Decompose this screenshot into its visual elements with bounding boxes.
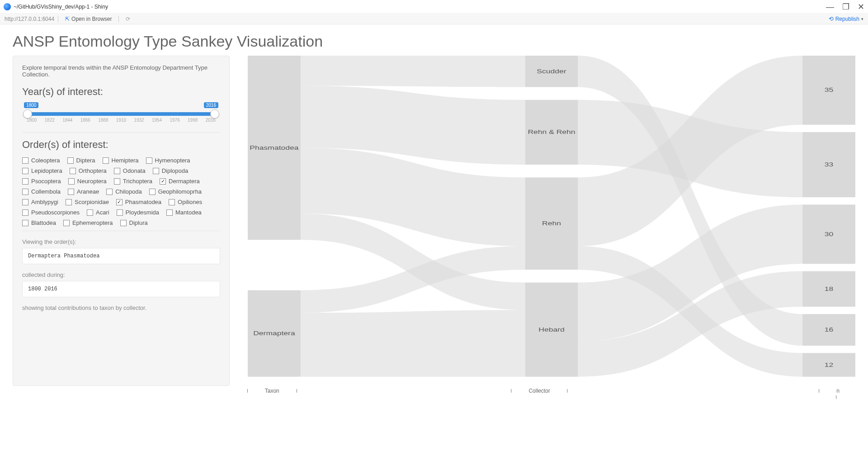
checkbox-label: Diplura	[129, 219, 148, 226]
order-checkbox-blattodea[interactable]: Blattodea	[22, 219, 56, 226]
checkbox-label: Coleoptera	[31, 157, 60, 164]
checkbox-label: Orthoptera	[79, 167, 107, 174]
orders-checkbox-group: ColeopteraDipteraHemipteraHymenopteraLep…	[22, 157, 220, 226]
axis-label: Taxon	[247, 388, 297, 394]
order-checkbox-phasmatodea[interactable]: ✓Phasmatodea	[116, 199, 161, 205]
checkbox-icon	[22, 209, 28, 216]
axis-label: n	[819, 388, 843, 400]
checkbox-icon	[106, 189, 113, 195]
order-checkbox-dermaptera[interactable]: ✓Dermaptera	[160, 178, 200, 185]
collected-label: collected during:	[22, 271, 220, 278]
republish-button[interactable]: ⟲ Republish ▾	[829, 15, 863, 22]
checkbox-label: Diptera	[76, 157, 95, 164]
refresh-button[interactable]: ⟳	[123, 15, 133, 23]
checkbox-label: Neuroptera	[77, 178, 107, 185]
address-bar: http://127.0.0.1:6044 ⇱ Open in Browser …	[0, 14, 868, 24]
summary-text: showing total contributions to taxon by …	[22, 304, 220, 311]
checkbox-icon	[114, 168, 120, 174]
order-checkbox-diplopoda[interactable]: Diplopoda	[153, 167, 189, 174]
checkbox-label: Hymenoptera	[155, 157, 190, 164]
checkbox-label: Blattodea	[31, 219, 56, 226]
checkbox-icon	[149, 189, 156, 195]
checkbox-label: Dermaptera	[169, 178, 200, 185]
slider-tick: 1866	[80, 118, 90, 123]
checkbox-icon	[68, 189, 74, 195]
slider-tick: 1932	[134, 118, 144, 123]
order-checkbox-diptera[interactable]: Diptera	[67, 157, 95, 164]
order-checkbox-neuroptera[interactable]: Neuroptera	[68, 178, 107, 185]
page-title: ANSP Entomology Type Sankey Visualizatio…	[13, 33, 855, 50]
checkbox-icon	[70, 168, 76, 174]
checkbox-label: Geophilomoprha	[158, 188, 202, 195]
order-checkbox-pseudoscorpiones[interactable]: Pseudoscorpiones	[22, 209, 80, 216]
checkbox-icon	[114, 178, 120, 185]
checkbox-icon	[67, 157, 74, 164]
window-title: ~/GitHub/GVisShiny_dev/App-1 - Shiny	[14, 4, 108, 10]
order-checkbox-chilopoda[interactable]: Chilopoda	[106, 188, 142, 195]
checkbox-label: Hemiptera	[112, 157, 139, 164]
order-checkbox-geophilomoprha[interactable]: Geophilomoprha	[149, 188, 202, 195]
order-checkbox-coleoptera[interactable]: Coleoptera	[22, 157, 60, 164]
intro-text: Explore temporal trends within the ANSP …	[22, 64, 220, 78]
order-checkbox-opiliones[interactable]: Opiliones	[169, 199, 202, 205]
control-panel: Explore temporal trends within the ANSP …	[13, 56, 230, 386]
checkbox-label: Acari	[96, 209, 109, 216]
checkbox-icon	[153, 168, 159, 174]
order-checkbox-scorpionidae[interactable]: Scorpionidae	[66, 199, 109, 205]
slider-handle-from[interactable]	[23, 109, 32, 119]
checkbox-icon	[22, 157, 28, 164]
checkbox-label: Pseudoscorpiones	[31, 209, 80, 216]
slider-ticks: 1800182218441866188819101932195419761998…	[27, 118, 216, 123]
order-checkbox-araneae[interactable]: Araneae	[68, 188, 99, 195]
checkbox-icon	[22, 189, 28, 195]
sankey-node-label: Scudder	[537, 68, 566, 74]
order-checkbox-trichoptera[interactable]: Trichoptera	[114, 178, 152, 185]
order-checkbox-mantodea[interactable]: Mantodea	[166, 209, 202, 216]
slider-tick: 1800	[27, 118, 37, 123]
order-checkbox-collembola[interactable]: Collembola	[22, 188, 61, 195]
checkbox-icon	[68, 178, 75, 185]
checkbox-icon: ✓	[116, 199, 123, 205]
slider-from-label: 1800	[24, 102, 38, 108]
sankey-link[interactable]	[301, 56, 525, 87]
order-checkbox-diplura[interactable]: Diplura	[120, 219, 148, 226]
sankey-node-label: Rehn & Rehn	[528, 129, 575, 135]
checkbox-label: Phasmatodea	[125, 199, 161, 205]
slider-handle-to[interactable]	[210, 109, 219, 119]
slider-tick: 1822	[45, 118, 55, 123]
order-section-head: Order(s) of interest:	[22, 139, 220, 151]
sankey-node-label: Hebard	[538, 326, 564, 332]
order-checkbox-ephemeroptera[interactable]: Ephemeroptera	[63, 219, 113, 226]
viewing-label: Viewing the order(s):	[22, 238, 220, 245]
order-checkbox-acari[interactable]: Acari	[87, 209, 109, 216]
sankey-node-label: 33	[825, 162, 833, 168]
collected-years-output: 1800 2016	[22, 281, 220, 297]
open-in-browser-button[interactable]: ⇱ Open in Browser	[62, 15, 115, 23]
year-slider[interactable]: 1800 2016 180018221844186618881910193219…	[22, 104, 220, 128]
order-checkbox-psocoptera[interactable]: Psocoptera	[22, 178, 61, 185]
checkbox-icon	[120, 220, 127, 226]
app-icon	[4, 3, 11, 10]
window-close-button[interactable]: ✕	[858, 3, 864, 11]
order-checkbox-ploydesmida[interactable]: Ploydesmida	[117, 209, 159, 216]
checkbox-label: Mantodea	[175, 209, 202, 216]
checkbox-label: Ploydesmida	[126, 209, 159, 216]
order-checkbox-lepidoptera[interactable]: Lepidoptera	[22, 167, 62, 174]
checkbox-label: Araneae	[77, 188, 99, 195]
sankey-node-label: 30	[825, 231, 833, 238]
slider-tick: 1910	[116, 118, 126, 123]
checkbox-icon	[22, 220, 28, 226]
order-checkbox-odonata[interactable]: Odonata	[114, 167, 146, 174]
order-checkbox-hemiptera[interactable]: Hemiptera	[103, 157, 139, 164]
sankey-link[interactable]	[301, 310, 525, 376]
sankey-node-label: 12	[825, 361, 833, 368]
window-maximize-button[interactable]: ❐	[842, 3, 849, 11]
checkbox-label: Amblypygi	[31, 199, 58, 205]
window-minimize-button[interactable]: —	[826, 3, 834, 11]
address-url[interactable]: http://127.0.0.1:6044	[5, 16, 54, 22]
order-checkbox-orthoptera[interactable]: Orthoptera	[70, 167, 107, 174]
chevron-down-icon: ▾	[861, 17, 863, 21]
order-checkbox-amblypygi[interactable]: Amblypygi	[22, 199, 58, 205]
window-titlebar: ~/GitHub/GVisShiny_dev/App-1 - Shiny — ❐…	[0, 0, 868, 14]
order-checkbox-hymenoptera[interactable]: Hymenoptera	[146, 157, 190, 164]
